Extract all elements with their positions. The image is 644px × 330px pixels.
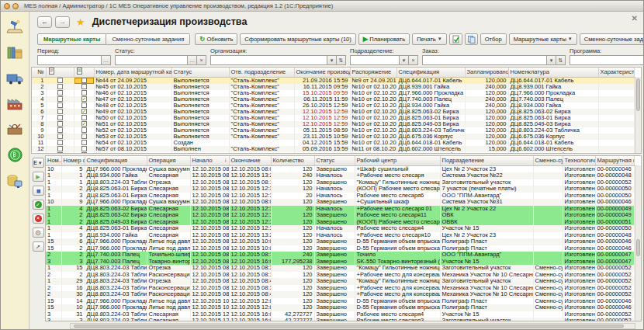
cell[interactable]: "Сталь-Комплекс" xyxy=(229,77,294,84)
generate-route-cards-button[interactable]: Сформировать маршрутные карты (10) xyxy=(240,33,355,45)
cell[interactable] xyxy=(533,238,563,245)
cell[interactable]: ДЦ8.825.049-03 Бирка xyxy=(396,121,465,127)
cell[interactable]: 05.09.2016 15:59 xyxy=(294,146,350,152)
cell[interactable]: Завершено xyxy=(314,245,355,252)
cell[interactable]: ДЦ8.934.000 Гайка xyxy=(85,172,147,179)
cell[interactable]: "Комацу" Гильотинные ножницы xyxy=(355,179,440,186)
department-dropdown-button[interactable]: ▾ xyxy=(400,55,409,65)
cell[interactable]: 12.10.2015 13:24 xyxy=(229,232,271,239)
cell[interactable]: Завершено xyxy=(314,219,355,226)
operation-row[interactable]: 12ДЦ8.825.063-02 БиркаСлесарная12.10.201… xyxy=(46,212,635,219)
operation-row[interactable]: 11ДЦ8.934.000 ГайкаСлесарная12.10.2015 0… xyxy=(46,172,635,179)
cell[interactable]: 12.10.2015 12:59 xyxy=(294,121,350,127)
cell[interactable]: 15 xyxy=(46,298,61,305)
cell[interactable] xyxy=(74,152,94,155)
col-production-end[interactable]: Окончание производства xyxy=(294,68,350,77)
cell[interactable]: 00-00000048 xyxy=(595,232,634,239)
plan-button[interactable]: ▶Планировать xyxy=(358,33,410,45)
cell[interactable]: +Рабочее место слесаря 01 xyxy=(355,206,440,213)
cell[interactable]: ДЦ6.602.000 Штепсель xyxy=(508,146,598,152)
cell[interactable]: "Комацу" Гильотинные ножницы xyxy=(355,278,440,285)
cell[interactable]: №44 от 24.09.2015 xyxy=(94,77,171,84)
cell[interactable]: 12.10.2015 08:15 xyxy=(229,179,271,186)
cell[interactable]: 1 xyxy=(61,172,85,179)
cell[interactable]: №9 от 24.09.2015 xyxy=(350,77,396,84)
route-card-row[interactable]: 7№50 от 02.10.2015Выполняется"Сталь-Комп… xyxy=(32,115,635,121)
cell[interactable]: 12.10.2015 08:00 xyxy=(190,165,229,172)
cell[interactable]: 12.10.2015 08:16 xyxy=(229,272,271,279)
cell[interactable] xyxy=(74,134,94,140)
cell[interactable]: "Сталь-Комплекс" xyxy=(229,109,294,115)
cell[interactable]: ДЦ7.966.000 Прокладка xyxy=(396,90,465,96)
cell[interactable]: 120 xyxy=(271,304,314,311)
cell[interactable]: Завершено xyxy=(314,179,355,186)
col-specification[interactable]: Спецификация xyxy=(396,68,465,77)
upper-vertical-scrollbar[interactable] xyxy=(635,77,641,153)
cell[interactable] xyxy=(46,115,74,121)
cell[interactable]: 12.10.2015 08:30 xyxy=(229,265,271,272)
cell[interactable]: Изготовлен... xyxy=(563,285,595,292)
cell[interactable]: 11 xyxy=(32,140,46,146)
cell[interactable]: ДЦ8.934.000 Гайка xyxy=(396,102,465,109)
cell[interactable]: 120,000 xyxy=(465,90,508,96)
refresh-button[interactable]: ↻Обновить xyxy=(195,33,237,45)
cell[interactable]: Завершено xyxy=(314,238,355,245)
route-card-row[interactable]: 1№44 от 24.09.2015Выполняется"Сталь-Комп… xyxy=(32,77,635,84)
cell[interactable]: 5 xyxy=(32,102,46,109)
cell[interactable]: Сменно-сут... xyxy=(533,291,563,298)
copy-button[interactable] xyxy=(465,33,478,45)
cell[interactable]: 120 xyxy=(271,179,314,186)
cell[interactable]: 120 xyxy=(271,232,314,239)
cell[interactable]: 15 xyxy=(46,245,61,252)
cell[interactable]: ДЦ6.602.000 Штепсель xyxy=(396,146,465,152)
cell[interactable]: 05.11.2015 08:59 xyxy=(294,127,350,134)
cell[interactable]: 29 xyxy=(61,278,85,285)
route-cards-menu-button[interactable]: Маршрутные карты▼ xyxy=(509,33,577,45)
cell[interactable]: ДЦ7.966.000 Прокладка xyxy=(85,245,147,252)
cell[interactable]: Литье под давлением т... xyxy=(147,304,190,311)
col-shift-task[interactable]: Сменно-сут... xyxy=(533,156,563,165)
cell[interactable]: Выполняется xyxy=(171,152,229,155)
cell[interactable]: Точильно-шлифовальная xyxy=(147,252,190,259)
cell[interactable]: 00-00000050 xyxy=(595,193,634,200)
cell[interactable]: Расконсервация xyxy=(147,291,190,298)
route-card-row[interactable]: 10№53 от 02.10.2015Выполняется"Сталь-Ком… xyxy=(32,134,635,140)
cell[interactable] xyxy=(598,146,635,152)
cell[interactable]: 10 xyxy=(61,304,85,311)
cell[interactable]: Сменно-сут... xyxy=(533,298,563,305)
cell[interactable]: 2 xyxy=(61,212,85,219)
cell[interactable]: ДЦ8.825.063-01 Бирка xyxy=(85,186,147,193)
cell[interactable]: Изготовлен... xyxy=(563,304,595,311)
cell[interactable]: "Сталь-Комплекс" xyxy=(229,127,294,134)
cell[interactable]: 12.10.2015 12:08 xyxy=(229,298,271,305)
cell[interactable]: 16.11.2015 09:59 xyxy=(294,84,350,90)
cell[interactable]: Рабочее место слесаря3 xyxy=(355,318,440,321)
cell[interactable] xyxy=(46,77,74,84)
cell[interactable]: Цех № 2 Участок 22 xyxy=(440,206,533,213)
cell[interactable]: 13 xyxy=(32,152,46,155)
open-item-button[interactable]: ↗ xyxy=(33,241,44,252)
cell[interactable]: Создан xyxy=(171,140,229,146)
cell[interactable]: 00-00000046 xyxy=(595,199,634,206)
cell[interactable]: Выполняется xyxy=(171,109,229,115)
production-factory-icon[interactable] xyxy=(5,94,25,113)
cell[interactable]: 12.10.2015 12:35 xyxy=(229,193,271,200)
cell[interactable]: ДЦ7.740.003 Палец xyxy=(85,252,147,259)
cell[interactable]: №48 от 02.10.2015 xyxy=(94,102,171,109)
cell[interactable]: Выполняется xyxy=(171,96,229,102)
operation-row[interactable]: 33ДЦ7.740.003 ПалецТокарно-винторезная12… xyxy=(46,259,635,266)
cell[interactable]: 12.10.2015 12:35 xyxy=(229,186,271,193)
cell[interactable]: Завершено xyxy=(314,212,355,219)
cell[interactable]: Изготовлен... xyxy=(563,245,595,252)
cell[interactable]: Изготовлен... xyxy=(563,186,595,193)
cell[interactable]: 15 xyxy=(46,238,61,245)
cell[interactable]: ДЦ8.803.224-03 Табличка xyxy=(85,285,147,292)
pause-operation-button[interactable]: ▮▮ xyxy=(33,186,44,196)
cell[interactable]: №10 от 02.10.2015 xyxy=(350,84,396,90)
cell[interactable]: Завершено xyxy=(314,298,355,305)
cell[interactable]: ДЦ7.740.003 Палец xyxy=(85,259,147,266)
row-checkbox[interactable] xyxy=(81,102,87,108)
cell[interactable]: №52 от 02.10.2015 xyxy=(94,127,171,134)
cell[interactable]: 15 xyxy=(46,304,61,311)
col-print-mark[interactable] xyxy=(74,68,94,77)
